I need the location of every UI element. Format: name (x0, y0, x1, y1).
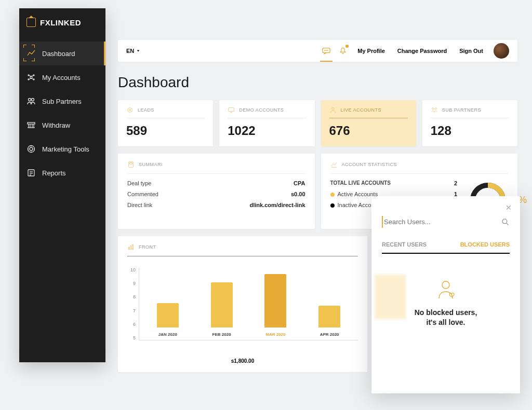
svg-point-29 (326, 50, 327, 51)
legend-dot-active (330, 193, 335, 197)
tab-recent-users[interactable]: RECENT USERS (382, 241, 427, 248)
chevron-down-icon (136, 49, 140, 53)
summary-key: Deal type (127, 180, 151, 186)
dashboard-icon (26, 49, 36, 58)
chart-panel: FRONT 1098765 JAN 2020FEB 2020MAR 2020AP… (118, 236, 367, 372)
brand-name: FXLINKED (40, 18, 81, 27)
tab-blocked-users[interactable]: BLOCKED USERS (460, 241, 510, 248)
svg-point-37 (435, 108, 437, 110)
live-icon (329, 106, 337, 114)
tab-underline (382, 253, 510, 254)
users-drawer: ✕ RECENT USERS BLOCKED USERS No blocked … (371, 196, 520, 393)
svg-line-7 (29, 78, 31, 79)
svg-point-0 (30, 76, 32, 78)
partners-icon (431, 106, 438, 114)
sidebar-item-reports[interactable]: Reports (19, 161, 105, 185)
svg-line-8 (31, 78, 34, 79)
stat-label: LEADS (138, 107, 154, 113)
sidebar-item-accounts[interactable]: My Accounts (19, 65, 105, 89)
withdraw-icon (26, 120, 36, 130)
search-icon[interactable] (501, 218, 510, 226)
svg-point-36 (432, 108, 434, 110)
stat-value: 128 (431, 124, 509, 138)
chart-caption: s1,800.00 (127, 358, 358, 364)
demo-icon (228, 106, 235, 114)
total-live-row: TOTAL LIVE ACCOUNTS2 (330, 180, 458, 186)
topbar: EN My Profile Change Password Sign Out (118, 40, 517, 62)
bar-label: MAR 2020 (265, 332, 285, 337)
summary-row: Direct linkdlink.com/direct-link (127, 202, 305, 208)
sidebar-item-subpartners[interactable]: Sub Partners (19, 89, 105, 113)
reports-icon (26, 168, 36, 177)
stat-card-live[interactable]: LIVE ACCOUNTS 676 (321, 100, 416, 146)
empty-message: No blocked users, it's all love. (415, 308, 477, 328)
bar-column[interactable]: MAR 2020 (257, 274, 295, 327)
stat-cards: LEADS 589 DEMO ACCOUNTS 1022 LIVE ACCOUN… (118, 100, 517, 146)
stat-card-sub[interactable]: SUB PARTNERS 128 (422, 100, 517, 146)
leads-icon (126, 106, 134, 114)
bar-column[interactable]: FEB 2020 (203, 282, 241, 327)
bar-label: JAN 2020 (158, 332, 177, 337)
page-title: Dashboard (118, 74, 517, 91)
sidebar: FXLINKED Dashboard My Accounts Sub Partn… (19, 8, 105, 362)
y-tick: 6 (127, 322, 136, 327)
svg-rect-39 (129, 163, 132, 165)
svg-point-46 (502, 219, 507, 224)
svg-rect-45 (132, 245, 134, 250)
stat-label: LIVE ACCOUNTS (341, 107, 382, 113)
svg-rect-43 (129, 247, 130, 249)
messages-icon[interactable] (318, 40, 335, 62)
drawer-tabs: RECENT USERS BLOCKED USERS (382, 241, 510, 248)
logo-icon (26, 18, 36, 27)
my-profile-link[interactable]: My Profile (357, 48, 385, 54)
stat-value: 589 (126, 124, 205, 138)
svg-point-9 (29, 99, 31, 101)
sign-out-link[interactable]: Sign Out (459, 48, 483, 54)
svg-rect-44 (130, 245, 131, 249)
summary-value: s0.00 (291, 191, 305, 197)
stat-card-demo[interactable]: DEMO ACCOUNTS 1022 (219, 100, 314, 146)
logo[interactable]: FXLINKED (19, 8, 105, 42)
language-selector[interactable]: EN (126, 48, 140, 54)
bars: JAN 2020FEB 2020MAR 2020APR 2020 (139, 267, 358, 340)
svg-point-32 (129, 109, 131, 111)
sidebar-item-dashboard[interactable]: Dashboard (19, 42, 105, 65)
bar-column[interactable]: JAN 2020 (149, 303, 187, 327)
sidebar-item-marketing[interactable]: Marketing Tools (19, 137, 105, 161)
svg-point-31 (128, 108, 132, 113)
user-heart-icon (435, 279, 457, 300)
chart-icon (127, 243, 135, 251)
notification-badge (345, 45, 349, 48)
stat-value: 1022 (228, 124, 306, 138)
stats-icon (330, 161, 338, 168)
bar-column[interactable]: APR 2020 (310, 306, 349, 327)
svg-point-10 (32, 99, 34, 101)
svg-rect-33 (229, 108, 234, 112)
sidebar-item-withdraw[interactable]: Withdraw (19, 113, 105, 137)
notifications-icon[interactable] (335, 40, 351, 62)
search-input[interactable] (384, 216, 501, 228)
stat-card-leads[interactable]: LEADS 589 (118, 100, 213, 146)
change-password-link[interactable]: Change Password (397, 48, 447, 54)
svg-point-35 (331, 107, 334, 110)
summary-key: Commented (127, 191, 158, 197)
stat-label: SUB PARTNERS (442, 107, 481, 113)
marketing-icon (26, 144, 36, 154)
summary-row: Commenteds0.00 (127, 191, 305, 197)
panel-title: FRONT (139, 244, 156, 250)
summary-value: CPA (294, 180, 305, 186)
bar (264, 274, 286, 327)
close-icon[interactable]: ✕ (506, 203, 512, 212)
total-label: TOTAL LIVE ACCOUNTS (330, 180, 391, 186)
sidebar-item-label: Sub Partners (42, 98, 82, 105)
total-value: 2 (454, 180, 457, 186)
sidebar-item-label: Dashboard (42, 50, 75, 58)
panel-title: ACCOUNT STATISTICS (342, 162, 397, 167)
y-tick: 7 (127, 308, 136, 313)
avatar[interactable] (494, 43, 509, 59)
y-tick: 5 (127, 335, 136, 340)
accounts-icon (26, 73, 36, 82)
summary-icon (127, 161, 135, 168)
svg-point-28 (325, 50, 325, 51)
y-tick: 10 (127, 267, 136, 272)
